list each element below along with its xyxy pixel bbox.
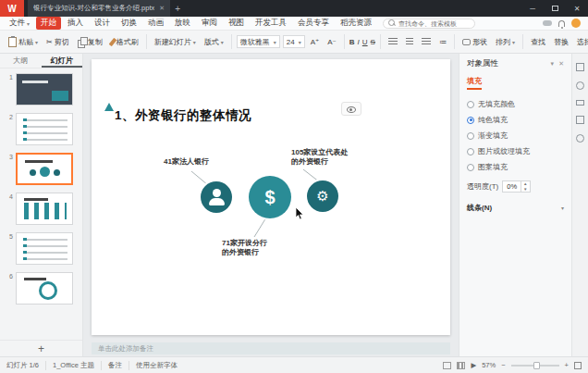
copy-button[interactable]: 复制: [75, 35, 105, 49]
fill-option-solid[interactable]: 纯色填充: [467, 115, 564, 125]
align-center-button[interactable]: [403, 36, 416, 47]
design-pane-icon[interactable]: [576, 100, 584, 106]
slide-thumbnail-3[interactable]: [16, 153, 73, 185]
underline-button[interactable]: U: [362, 38, 368, 46]
cut-button[interactable]: ✂ 剪切: [43, 35, 72, 49]
minimize-button[interactable]: ─: [521, 0, 544, 17]
menu-tab-docer[interactable]: 稻壳资源: [336, 17, 376, 30]
notes-toggle-button[interactable]: 备注: [108, 361, 122, 370]
chevron-down-icon[interactable]: ▾: [551, 60, 555, 68]
transparency-stepper[interactable]: 0% ▲ ▼: [502, 180, 530, 193]
slide-thumbnail-6[interactable]: [16, 272, 73, 305]
avatar[interactable]: [571, 19, 581, 28]
properties-icon[interactable]: [576, 63, 584, 71]
fill-option-gradient[interactable]: 渐变填充: [467, 131, 564, 141]
menubar-right-icons: [543, 19, 583, 28]
slide-thumbnail-5[interactable]: [16, 232, 73, 265]
menu-tab-member[interactable]: 会员专享: [293, 17, 334, 30]
menu-tab-animation[interactable]: 动画: [143, 17, 168, 30]
add-slide-button[interactable]: +: [0, 340, 82, 356]
transparency-label: 透明度(T): [467, 181, 498, 192]
line-section-label: 线条(N): [467, 203, 492, 213]
toolbar-divider: [380, 34, 381, 49]
align-left-button[interactable]: [386, 36, 400, 47]
menu-tab-transitions[interactable]: 切换: [116, 17, 141, 30]
fill-option-label: 渐变填充: [478, 131, 508, 141]
label-branch-banks[interactable]: 71家开设分行 的外资银行: [222, 239, 267, 258]
arrange-button[interactable]: 排列 ▾: [493, 35, 518, 49]
zoom-slider[interactable]: [511, 365, 559, 367]
strikethrough-button[interactable]: S: [371, 38, 375, 46]
replace-button[interactable]: 替换: [551, 35, 571, 49]
slide-canvas[interactable]: 1、外资银行的整体情况 41家法人银行 105家设立代表处 的外资银行 71家开…: [92, 59, 450, 335]
label-representative-offices[interactable]: 105家设立代表处 的外资银行: [291, 148, 348, 168]
fill-section-tab[interactable]: 填充: [467, 76, 482, 90]
slide-thumbnail-1[interactable]: [16, 73, 73, 106]
new-slide-button[interactable]: 新建幻灯片 ▾: [152, 35, 199, 49]
menu-tab-view[interactable]: 视图: [224, 17, 249, 30]
notes-input[interactable]: 单击此处添加备注: [92, 342, 450, 354]
font-family-select[interactable]: 微软雅黑 ▾: [237, 35, 280, 48]
person-circle[interactable]: [201, 181, 232, 213]
tab-outline[interactable]: 大纲: [0, 54, 42, 68]
play-icon[interactable]: ▶: [471, 361, 476, 369]
command-search-box[interactable]: [383, 19, 475, 29]
font-tip-link[interactable]: 使用全新字体: [136, 361, 178, 370]
close-button[interactable]: ✕: [566, 0, 588, 17]
fill-option-pattern[interactable]: 图案填充: [467, 162, 564, 172]
new-tab-button[interactable]: +: [170, 4, 185, 14]
menu-tab-devtools[interactable]: 开发工具: [251, 17, 291, 30]
fullscreen-icon[interactable]: [574, 362, 582, 369]
shapes-button[interactable]: 形状: [459, 35, 490, 49]
document-tab[interactable]: 银行专业知识-对公和零售业务介绍.pptx ✕: [28, 0, 170, 17]
zoom-out-button[interactable]: −: [501, 361, 505, 369]
align-right-button[interactable]: [419, 36, 434, 47]
font-size-select[interactable]: 24 ▾: [283, 35, 305, 48]
bell-icon[interactable]: [558, 20, 565, 27]
dollar-circle[interactable]: $: [249, 176, 291, 218]
slide-title[interactable]: 1、外资银行的整体情况: [115, 107, 251, 124]
find-button[interactable]: 查找: [528, 35, 548, 49]
tab-slides[interactable]: 幻灯片: [42, 54, 83, 68]
zoom-percent[interactable]: 57%: [482, 361, 496, 369]
zoom-in-button[interactable]: +: [565, 361, 569, 369]
bold-button[interactable]: B: [349, 38, 355, 46]
slide-number: 3: [5, 153, 13, 160]
menu-tab-insert[interactable]: 插入: [63, 17, 88, 30]
slide-sorter-icon[interactable]: [457, 362, 465, 369]
fill-option-none[interactable]: 无填充颜色: [467, 99, 564, 109]
format-painter-button[interactable]: 格式刷: [108, 35, 141, 49]
cloud-sync-icon[interactable]: [543, 20, 552, 26]
help-icon[interactable]: [576, 134, 584, 143]
menu-tab-design[interactable]: 设计: [90, 17, 115, 30]
slide-thumbnail-4[interactable]: [16, 193, 73, 225]
zoom-slider-knob[interactable]: [533, 362, 540, 369]
maximize-button[interactable]: [544, 0, 566, 17]
gear-circle[interactable]: ⚙: [307, 180, 338, 212]
decrease-font-button[interactable]: A⁻: [325, 36, 339, 48]
wps-logo[interactable]: W: [0, 0, 24, 17]
line-section-header[interactable]: 线条(N) ▾: [467, 203, 564, 213]
close-icon[interactable]: ✕: [558, 60, 564, 68]
bullets-button[interactable]: ≔: [436, 36, 449, 48]
layout-button[interactable]: 版式 ▾: [202, 35, 227, 49]
menu-tab-review[interactable]: 审阅: [197, 17, 222, 30]
fill-option-picture[interactable]: 图片或纹理填充: [467, 146, 564, 156]
label-corporate-banks[interactable]: 41家法人银行: [164, 157, 209, 167]
menu-tab-home[interactable]: 开始: [36, 17, 61, 30]
search-input[interactable]: [398, 20, 470, 27]
paste-button[interactable]: 粘贴 ▾: [6, 35, 41, 49]
normal-view-icon[interactable]: [443, 362, 451, 369]
menu-file[interactable]: 文件 ▾: [5, 18, 34, 29]
select-button[interactable]: 选择 ▾: [574, 35, 588, 49]
tab-close-icon[interactable]: ✕: [159, 5, 165, 12]
italic-button[interactable]: I: [358, 38, 360, 46]
slide-thumbnail-2[interactable]: [16, 113, 73, 145]
animation-pane-icon[interactable]: [576, 81, 584, 90]
selection-pane-icon[interactable]: [576, 116, 584, 124]
quick-view-button[interactable]: [341, 102, 361, 116]
list-item: 5: [5, 232, 82, 265]
increase-font-button[interactable]: A⁺: [308, 36, 323, 48]
stepper-down-icon[interactable]: ▼: [521, 187, 529, 193]
menu-tab-slideshow[interactable]: 放映: [170, 17, 195, 30]
